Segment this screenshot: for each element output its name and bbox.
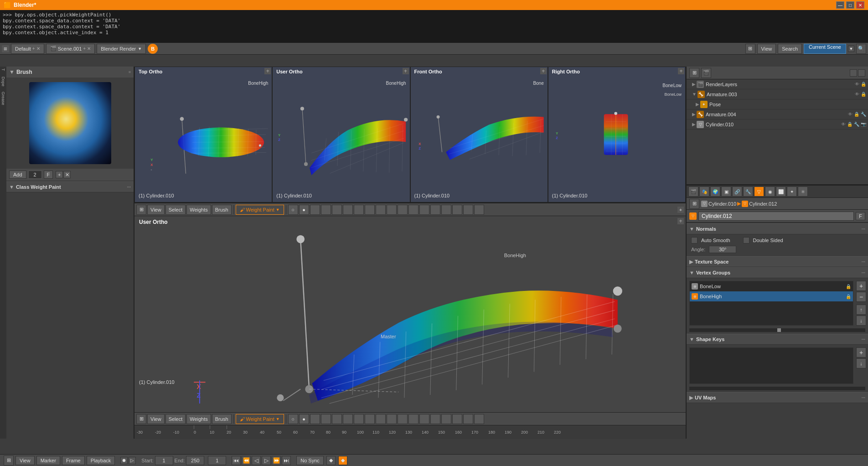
marker-btn[interactable]: Marker — [36, 456, 60, 465]
arm4-eye-icon[interactable]: 👁 — [848, 112, 852, 117]
circle-brush-btn[interactable]: ○ — [288, 205, 298, 215]
bot-brush-l[interactable] — [430, 414, 440, 424]
x-small-btn[interactable]: ✕ — [63, 171, 71, 178]
angle-value[interactable]: 30° — [709, 246, 736, 253]
dot-brush-btn[interactable]: ● — [299, 205, 309, 215]
viewport-icon-top[interactable]: ⊞ — [136, 205, 146, 215]
maximize-button[interactable]: □ — [846, 1, 854, 9]
renderlayers-icon[interactable]: 🎬 — [701, 68, 711, 78]
frame-btn[interactable]: Frame — [62, 456, 85, 465]
outliner-item-armature004[interactable]: ▶ 🦴 Armature.004 👁 🔒 🔧 — [687, 109, 868, 119]
bonelow-lock-icon[interactable]: 🔒 — [846, 284, 851, 289]
start-field[interactable]: 1 — [155, 456, 173, 465]
tab-particles[interactable]: ✦ — [787, 186, 797, 197]
x-icon[interactable]: ✕ — [36, 46, 40, 51]
brush-btn-f[interactable] — [365, 205, 375, 215]
brush-btn-c[interactable] — [332, 205, 342, 215]
default-workspace-btn[interactable]: Default + ✕ — [11, 44, 44, 54]
uv-maps-header[interactable]: ▶ UV Maps ··· — [687, 392, 868, 403]
bot-brush-h[interactable] — [387, 414, 397, 424]
object-name-input[interactable] — [698, 212, 854, 221]
tab-textures[interactable]: ⬜ — [776, 186, 786, 197]
outliner-item-pose[interactable]: ▶ ✦ Pose — [687, 99, 868, 109]
bot-brush-f[interactable] — [365, 414, 375, 424]
brush-btn-b[interactable] — [321, 205, 331, 215]
step-back-btn[interactable]: ⏪ — [242, 456, 251, 465]
brush-btn-o[interactable] — [463, 205, 473, 215]
vg-slider[interactable] — [689, 328, 865, 332]
current-scene-btn[interactable]: Current Scene — [804, 44, 846, 54]
outliner-item-renderlayers[interactable]: ▶ 🎬 RenderLayers 👁 🔒 — [687, 79, 868, 89]
brush-btn-d[interactable] — [343, 205, 353, 215]
brush-btn-j[interactable] — [408, 205, 418, 215]
top-area-corner[interactable]: + — [677, 207, 684, 213]
add-brush-btn[interactable]: Add — [9, 171, 26, 179]
bot-brush-a[interactable] — [310, 414, 320, 424]
outliner-item-armature003[interactable]: ▼ 🦴 Armature.003 👁 🔒 — [687, 89, 868, 99]
tab-modifiers[interactable]: 🔧 — [743, 186, 753, 197]
vg-up-btn[interactable]: ↑ — [856, 305, 866, 315]
outliner-icon-b[interactable] — [858, 69, 865, 77]
skip-end-btn[interactable]: ⏭ — [282, 456, 291, 465]
main-viewport-corner[interactable]: + — [677, 218, 684, 224]
record-btn[interactable]: ⏺ — [120, 457, 128, 464]
brush-btn-e[interactable] — [354, 205, 364, 215]
brush-header[interactable]: ▼ Brush ≡ — [6, 67, 134, 78]
top-ortho-corner-plus[interactable]: + — [264, 68, 271, 74]
f-property-btn[interactable]: F — [856, 212, 865, 220]
play-fwd-btn[interactable]: ▷ — [262, 456, 271, 465]
outliner-icon-a[interactable] — [850, 69, 857, 77]
outliner-item-cylinder010[interactable]: ▶ ▽ Cylinder.010 👁 🔒 🔧 📷 — [687, 119, 868, 129]
skip-start-btn[interactable]: ⏮ — [232, 456, 241, 465]
viewport-icon-bot[interactable]: ⊞ — [136, 414, 146, 424]
scene-x-icon[interactable]: ✕ — [87, 46, 91, 51]
bot-brush-g[interactable] — [376, 414, 386, 424]
bot-brush-j[interactable] — [408, 414, 418, 424]
weight-paint-mode-top[interactable]: 🖌 Weight Paint ▼ — [236, 205, 284, 215]
bonehigh-lock-icon[interactable]: 🔒 — [846, 294, 851, 299]
scene-name-btn[interactable]: 🎬 Scene.001 + ✕ — [46, 44, 95, 54]
select-btn-top[interactable]: Select — [165, 205, 186, 215]
bot-brush-c[interactable] — [332, 414, 342, 424]
cyl010-wrench-icon[interactable]: 🔧 — [854, 122, 859, 127]
cyl010-lock-icon[interactable]: 🔒 — [847, 122, 852, 127]
class-weight-header[interactable]: ▼ Class Weight Paint ··· — [6, 181, 134, 192]
brush-btn-a[interactable] — [310, 205, 320, 215]
step-fwd-btn[interactable]: ⏩ — [272, 456, 281, 465]
playback-btn[interactable]: Playback — [87, 456, 115, 465]
renderlayers-lock-icon[interactable]: 🔒 — [861, 82, 866, 87]
dot-brush-btn-bot[interactable]: ● — [299, 414, 309, 424]
search-icon[interactable]: 🔍 — [856, 44, 866, 54]
double-sided-checkbox[interactable] — [743, 237, 749, 243]
select-btn-bot[interactable]: Select — [165, 414, 186, 424]
brush-btn-n[interactable] — [452, 205, 462, 215]
vg-down-btn[interactable]: ↓ — [856, 316, 866, 326]
brush-btn-l[interactable] — [430, 205, 440, 215]
texture-space-header[interactable]: ▶ Texture Space ··· — [687, 256, 868, 267]
vertex-groups-header[interactable]: ▼ Vertex Groups ··· — [687, 267, 868, 278]
bot-brush-p[interactable] — [474, 414, 484, 424]
view-btn-bot[interactable]: View — [147, 414, 165, 424]
brush-btn-i[interactable] — [398, 205, 408, 215]
vg-item-bonelow[interactable]: ⊕ BoneLow 🔒 — [690, 281, 853, 291]
front-ortho-corner-plus[interactable]: + — [540, 68, 547, 74]
vg-remove-btn[interactable]: − — [856, 292, 866, 302]
view-outliner-btn[interactable]: View — [757, 44, 776, 54]
brush-btn-p[interactable] — [474, 205, 484, 215]
no-sync-btn[interactable]: No Sync — [296, 456, 324, 465]
bot-brush-e[interactable] — [354, 414, 364, 424]
arm4-lock-icon[interactable]: 🔒 — [854, 112, 859, 117]
outliner-type-icon[interactable]: ⊞ — [689, 68, 699, 78]
vg-add-btn[interactable]: + — [856, 281, 866, 291]
brush-btn-h[interactable] — [387, 205, 397, 215]
arm003-eye-icon[interactable]: 👁 — [855, 92, 859, 97]
bot-brush-i[interactable] — [398, 414, 408, 424]
circle-brush-btn-bot[interactable]: ○ — [288, 414, 298, 424]
arm4-wrench-icon[interactable]: 🔧 — [861, 112, 866, 117]
vg-item-bonehigh[interactable]: ⊕ BoneHigh 🔒 — [690, 291, 853, 301]
add-small-btn[interactable]: + — [56, 171, 63, 178]
view-btn-top[interactable]: View — [147, 205, 165, 215]
sk-add-btn[interactable]: + — [856, 347, 866, 357]
close-button[interactable]: ✕ — [856, 1, 864, 9]
brush-btn-top[interactable]: Brush — [212, 205, 232, 215]
